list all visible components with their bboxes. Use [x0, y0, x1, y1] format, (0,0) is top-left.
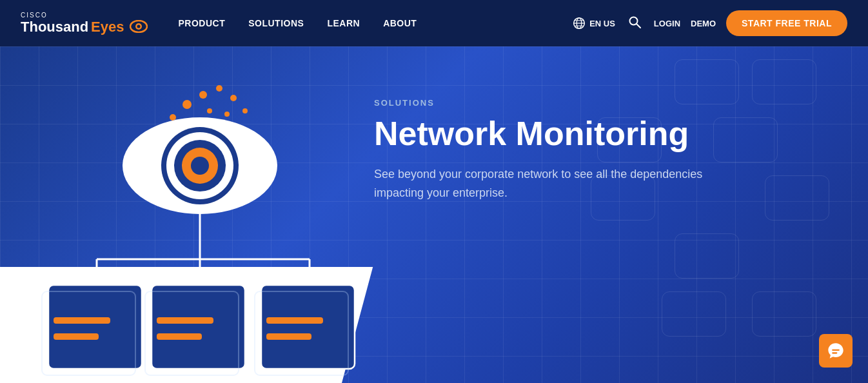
svg-point-10 [182, 100, 192, 109]
lang-label: EN US [589, 19, 615, 28]
logo-thousand: Thousand [21, 20, 88, 34]
svg-rect-42 [832, 352, 837, 353]
navbar: CISCO ThousandEyes PRODUCT SOLUTIONS LEA… [0, 0, 868, 46]
globe-icon [573, 17, 586, 30]
nav-item-product[interactable]: PRODUCT [179, 18, 226, 28]
solutions-label: SOLUTIONS [374, 98, 816, 108]
svg-rect-31 [54, 333, 99, 340]
svg-rect-39 [266, 333, 311, 340]
logo-eyes: Eyes [91, 20, 124, 34]
hero-title: Network Monitoring [374, 115, 816, 152]
deco-rect-6 [752, 291, 816, 337]
login-link[interactable]: LOGIN [654, 19, 680, 28]
svg-rect-38 [266, 317, 323, 324]
svg-rect-29 [48, 285, 142, 369]
svg-rect-35 [157, 333, 202, 340]
deco-rect-5 [675, 233, 739, 279]
deco-rect-7 [662, 291, 726, 337]
eye-logo-icon [130, 20, 148, 35]
svg-point-11 [199, 91, 207, 99]
nav-item-learn[interactable]: LEARN [327, 18, 360, 28]
cisco-label: CISCO [21, 12, 148, 19]
svg-line-9 [636, 24, 640, 28]
svg-rect-33 [152, 285, 245, 369]
svg-point-2 [137, 25, 140, 28]
hero-section: SOLUTIONS Network Monitoring See beyond … [0, 46, 868, 383]
svg-rect-41 [832, 349, 840, 351]
hero-content: SOLUTIONS Network Monitoring See beyond … [374, 98, 816, 202]
chat-icon [827, 342, 845, 360]
svg-point-16 [207, 108, 212, 113]
svg-point-23 [191, 157, 209, 175]
svg-point-15 [224, 112, 230, 117]
language-selector[interactable]: EN US [573, 17, 615, 30]
svg-point-13 [230, 95, 237, 101]
nav-right: EN US LOGIN DEMO START FREE TRIAL [573, 10, 847, 36]
svg-point-17 [170, 114, 176, 121]
search-icon[interactable] [628, 15, 641, 32]
svg-point-14 [242, 108, 248, 113]
svg-point-12 [216, 85, 222, 92]
svg-rect-30 [54, 317, 110, 324]
nav-item-solutions[interactable]: SOLUTIONS [248, 18, 304, 28]
chat-widget-button[interactable] [819, 334, 853, 368]
illustration [0, 46, 374, 383]
demo-link[interactable]: DEMO [691, 19, 716, 28]
logo[interactable]: CISCO ThousandEyes [21, 12, 148, 35]
svg-rect-37 [261, 285, 355, 369]
nav-links: PRODUCT SOLUTIONS LEARN ABOUT [179, 18, 573, 28]
nav-item-about[interactable]: ABOUT [383, 18, 417, 28]
svg-rect-34 [157, 317, 213, 324]
hero-description: See beyond your corporate network to see… [374, 165, 709, 202]
start-free-trial-button[interactable]: START FREE TRIAL [726, 10, 847, 36]
